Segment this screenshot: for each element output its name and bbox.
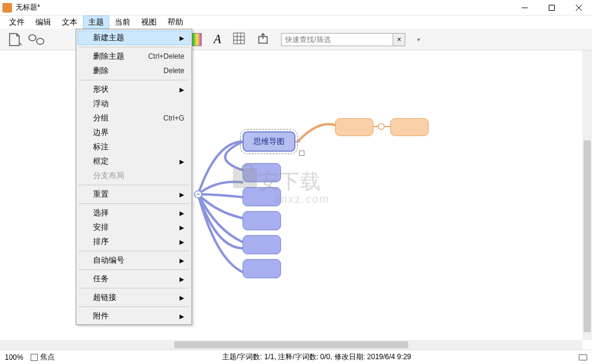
menubar: 文件 编辑 文本 主题 当前 视图 帮助: [0, 16, 592, 29]
view-mode-icon[interactable]: [579, 354, 587, 360]
zoom-level[interactable]: 100%: [5, 353, 23, 362]
minimize-button[interactable]: [511, 0, 538, 16]
statusbar: 100% 焦点 主题/字词数: 1/1, 注释/字词数: 0/0, 修改日期: …: [0, 350, 592, 364]
menu-delete[interactable]: 删除Delete: [77, 64, 190, 78]
font-icon[interactable]: A: [214, 32, 221, 46]
menu-current[interactable]: 当前: [109, 16, 136, 29]
svg-point-5: [37, 38, 44, 44]
menu-frame[interactable]: 框定▶: [77, 154, 190, 169]
menu-file[interactable]: 文件: [4, 16, 30, 29]
menu-hyperlink[interactable]: 超链接▶: [77, 290, 190, 305]
menu-topic[interactable]: 主题: [83, 16, 109, 29]
focus-label: 焦点: [40, 352, 55, 362]
menu-delete-topic[interactable]: 删除主题Ctrl+Delete: [77, 49, 190, 64]
menu-group[interactable]: 分组Ctrl+G: [77, 111, 190, 125]
menu-new-topic[interactable]: 新建主题▶: [77, 31, 190, 45]
maximize-button[interactable]: [538, 0, 565, 16]
export-icon[interactable]: [257, 32, 269, 46]
svg-point-15: [378, 124, 384, 130]
menu-shape[interactable]: 形状▶: [77, 82, 190, 97]
menu-text[interactable]: 文本: [56, 16, 83, 29]
focus-checkbox[interactable]: [31, 354, 38, 361]
menu-task[interactable]: 任务▶: [77, 272, 190, 286]
table-icon[interactable]: [233, 32, 245, 46]
status-info: 主题/字词数: 1/1, 注释/字词数: 0/0, 修改日期: 2019/6/4…: [55, 352, 579, 362]
svg-rect-1: [549, 5, 554, 10]
mindmap-child-node[interactable]: [243, 211, 281, 230]
toolbar-chevron-icon[interactable]: ▾: [417, 37, 420, 43]
topic-dropdown-menu: 新建主题▶ 删除主题Ctrl+Delete 删除Delete 形状▶ 浮动 分组…: [76, 29, 192, 325]
watermark-icon: [233, 168, 257, 188]
search-box: ×: [281, 33, 405, 46]
horizontal-scrollbar-thumb[interactable]: [174, 341, 408, 348]
app-icon: [2, 3, 12, 13]
vertical-scrollbar-thumb[interactable]: [584, 140, 591, 332]
search-clear-button[interactable]: ×: [393, 34, 405, 46]
svg-point-4: [29, 35, 36, 41]
menu-callout[interactable]: 标注: [77, 140, 190, 154]
window-title: 无标题*: [16, 2, 511, 13]
menu-help[interactable]: 帮助: [162, 16, 189, 29]
menu-reset[interactable]: 重置▶: [77, 187, 190, 201]
menu-sort[interactable]: 排序▶: [77, 234, 190, 249]
menu-edit[interactable]: 编辑: [30, 16, 56, 29]
mindmap-child-node[interactable]: [243, 259, 281, 278]
menu-border[interactable]: 边界: [77, 125, 190, 140]
menu-attachment[interactable]: 附件▶: [77, 309, 190, 323]
mindmap-child-node[interactable]: [243, 187, 281, 206]
vertical-scrollbar[interactable]: [582, 50, 592, 340]
relation-icon[interactable]: [28, 31, 46, 48]
mindmap-branch-node[interactable]: [390, 118, 429, 136]
svg-rect-6: [234, 33, 244, 44]
menu-arrange[interactable]: 安排▶: [77, 220, 190, 234]
new-doc-icon[interactable]: [6, 31, 24, 48]
mindmap-root-node[interactable]: 思维导图: [243, 131, 295, 152]
mindmap-branch-node[interactable]: [335, 118, 373, 136]
mindmap-child-node[interactable]: [243, 235, 281, 254]
menu-auto-number[interactable]: 自动编号▶: [77, 253, 190, 267]
search-input[interactable]: [282, 34, 393, 46]
horizontal-scrollbar[interactable]: [0, 340, 582, 350]
menu-select[interactable]: 选择▶: [77, 206, 190, 220]
node-handle[interactable]: [299, 151, 304, 156]
close-button[interactable]: [565, 0, 592, 16]
menu-branch-layout: 分支布局: [77, 169, 190, 183]
menu-float[interactable]: 浮动: [77, 97, 190, 111]
titlebar: 无标题*: [0, 0, 592, 16]
menu-view[interactable]: 视图: [136, 16, 162, 29]
